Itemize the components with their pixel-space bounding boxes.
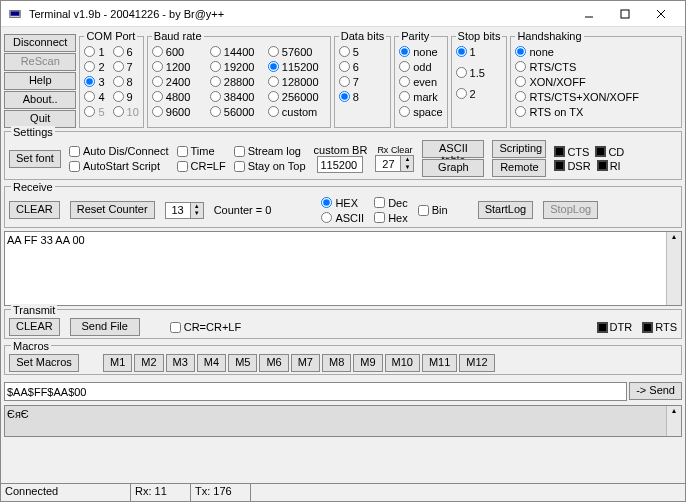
hand-RTS/CTS[interactable]: RTS/CTS: [515, 59, 677, 74]
scripting-button[interactable]: Scripting: [492, 140, 546, 158]
db-7[interactable]: 7: [339, 74, 386, 89]
par-mark[interactable]: mark: [399, 89, 442, 104]
disconnect-button[interactable]: Disconnect: [4, 34, 76, 52]
stayontop-check[interactable]: Stay on Top: [234, 159, 306, 174]
baud-256000[interactable]: 256000: [268, 89, 326, 104]
recv-bin-check[interactable]: Bin: [418, 203, 448, 218]
recv-ascii-radio[interactable]: ASCII: [321, 210, 364, 225]
graph-button[interactable]: Graph: [422, 159, 484, 177]
ri-indicator: RI: [597, 160, 621, 172]
macro-m11[interactable]: M11: [422, 354, 457, 372]
recv-hex-radio[interactable]: HEX: [321, 195, 364, 210]
macro-m7[interactable]: M7: [291, 354, 320, 372]
time-check[interactable]: Time: [177, 144, 226, 159]
help-button[interactable]: Help: [4, 72, 76, 90]
baud-custom[interactable]: custom: [268, 104, 326, 119]
counter-spin[interactable]: ▲▼: [165, 202, 204, 219]
baud-115200[interactable]: 115200: [268, 59, 326, 74]
setfont-button[interactable]: Set font: [9, 150, 61, 168]
autodisconnect-check[interactable]: Auto Dis/Connect: [69, 144, 169, 159]
db-6[interactable]: 6: [339, 59, 386, 74]
par-none[interactable]: none: [399, 44, 442, 59]
rxclear-input[interactable]: ▲▼: [375, 155, 414, 172]
macro-m8[interactable]: M8: [322, 354, 351, 372]
stoplog-button[interactable]: StopLog: [543, 201, 598, 219]
crlf-check[interactable]: CR=LF: [177, 159, 226, 174]
com-2[interactable]: 2: [84, 59, 104, 74]
custombr-input[interactable]: [317, 156, 363, 173]
par-odd[interactable]: odd: [399, 59, 442, 74]
com-1[interactable]: 1: [84, 44, 104, 59]
sendfile-button[interactable]: Send File: [70, 318, 140, 336]
com-5[interactable]: 5: [84, 104, 104, 119]
recv-dec-check[interactable]: Dec: [374, 195, 408, 210]
dtr-indicator[interactable]: DTR: [597, 321, 633, 333]
reset-counter-button[interactable]: Reset Counter: [70, 201, 155, 219]
svg-rect-1: [11, 11, 20, 15]
baud-28800[interactable]: 28800: [210, 74, 268, 89]
startlog-button[interactable]: StartLog: [478, 201, 534, 219]
baud-19200[interactable]: 19200: [210, 59, 268, 74]
hand-RTS on TX[interactable]: RTS on TX: [515, 104, 677, 119]
recv-clear-button[interactable]: CLEAR: [9, 201, 60, 219]
remote-button[interactable]: Remote: [492, 159, 546, 177]
baud-1200[interactable]: 1200: [152, 59, 210, 74]
baud-38400[interactable]: 38400: [210, 89, 268, 104]
rts-indicator[interactable]: RTS: [642, 321, 677, 333]
streamlog-check[interactable]: Stream log: [234, 144, 306, 159]
baud-9600[interactable]: 9600: [152, 104, 210, 119]
sb-2[interactable]: 2: [456, 86, 503, 101]
about-button[interactable]: About..: [4, 91, 76, 109]
autostart-check[interactable]: AutoStart Script: [69, 159, 169, 174]
rescan-button[interactable]: ReScan: [4, 53, 76, 71]
maximize-button[interactable]: [607, 3, 643, 25]
com-8[interactable]: 8: [113, 74, 139, 89]
baud-14400[interactable]: 14400: [210, 44, 268, 59]
macro-m5[interactable]: M5: [228, 354, 257, 372]
com-4[interactable]: 4: [84, 89, 104, 104]
parity-legend: Parity: [399, 30, 431, 42]
crcrlf-check[interactable]: CR=CR+LF: [170, 320, 241, 335]
db-5[interactable]: 5: [339, 44, 386, 59]
close-button[interactable]: [643, 3, 679, 25]
macro-m3[interactable]: M3: [166, 354, 195, 372]
receive-textarea[interactable]: AA FF 33 AA 00 ▴: [4, 231, 682, 306]
recv-hex2-check[interactable]: Hex: [374, 210, 408, 225]
db-8[interactable]: 8: [339, 89, 386, 104]
hand-XON/XOFF[interactable]: XON/XOFF: [515, 74, 677, 89]
macro-m1[interactable]: M1: [103, 354, 132, 372]
sb-1[interactable]: 1: [456, 44, 503, 59]
com-10[interactable]: 10: [113, 104, 139, 119]
send-button[interactable]: -> Send: [629, 382, 682, 400]
baud-4800[interactable]: 4800: [152, 89, 210, 104]
minimize-button[interactable]: [571, 3, 607, 25]
setmacros-button[interactable]: Set Macros: [9, 354, 79, 372]
sb-1.5[interactable]: 1.5: [456, 65, 503, 80]
hand-none[interactable]: none: [515, 44, 677, 59]
com-7[interactable]: 7: [113, 59, 139, 74]
macro-m4[interactable]: M4: [197, 354, 226, 372]
scrollbar-v2[interactable]: ▴: [666, 406, 681, 436]
baud-2400[interactable]: 2400: [152, 74, 210, 89]
macro-m12[interactable]: M12: [459, 354, 494, 372]
scrollbar-v[interactable]: ▴: [666, 232, 681, 305]
send-input[interactable]: [4, 382, 627, 401]
par-even[interactable]: even: [399, 74, 442, 89]
baud-600[interactable]: 600: [152, 44, 210, 59]
output-textarea[interactable]: ЄяЄ ▴: [4, 405, 682, 437]
asciitable-button[interactable]: ASCII table: [422, 140, 484, 158]
hand-RTS/CTS+XON/XOFF[interactable]: RTS/CTS+XON/XOFF: [515, 89, 677, 104]
macro-m10[interactable]: M10: [385, 354, 420, 372]
macro-m2[interactable]: M2: [134, 354, 163, 372]
com-9[interactable]: 9: [113, 89, 139, 104]
baud-56000[interactable]: 56000: [210, 104, 268, 119]
baud-57600[interactable]: 57600: [268, 44, 326, 59]
baud-128000[interactable]: 128000: [268, 74, 326, 89]
tx-clear-button[interactable]: CLEAR: [9, 318, 60, 336]
com-6[interactable]: 6: [113, 44, 139, 59]
macro-m6[interactable]: M6: [259, 354, 288, 372]
com-3[interactable]: 3: [84, 74, 104, 89]
par-space[interactable]: space: [399, 104, 442, 119]
macro-m9[interactable]: M9: [353, 354, 382, 372]
comport-group: COM Port 12345678910: [79, 30, 143, 128]
